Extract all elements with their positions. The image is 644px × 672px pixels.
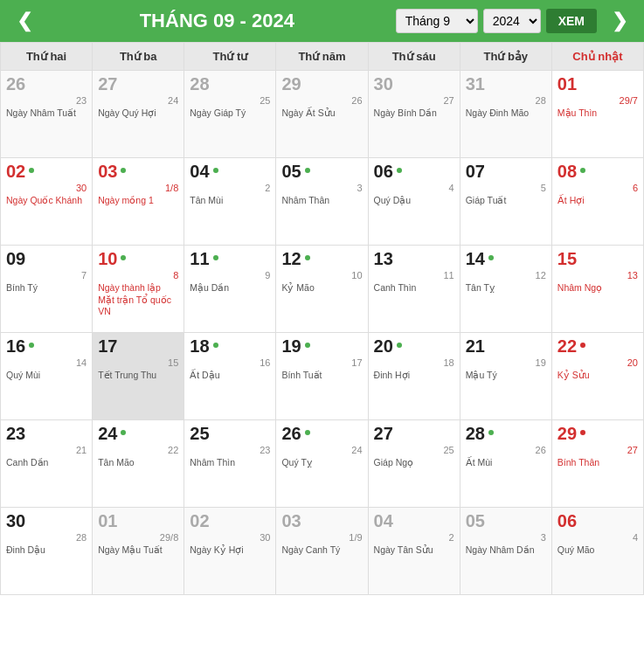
lunar-date: 26: [281, 95, 362, 106]
lunar-date: 18: [374, 357, 454, 368]
calendar-cell[interactable]: 2624Quý Tỵ: [276, 420, 368, 508]
calendar-cell[interactable]: 108Ngày thành lập Mặt trận Tổ quốc VN: [93, 246, 184, 333]
calendar-cell[interactable]: 119Mậu Dần: [184, 246, 276, 333]
event-dot: [213, 255, 218, 260]
lunar-date: 30: [6, 183, 87, 193]
calendar-cell[interactable]: 1614Quý Mùi: [1, 333, 93, 420]
weekday-header: Thứ ba: [93, 43, 184, 71]
calendar-cell[interactable]: 086Ất Hợi: [551, 158, 643, 246]
next-month-button[interactable]: ❯: [606, 7, 634, 35]
calendar-cell[interactable]: 2927Bính Thân: [551, 420, 643, 508]
calendar-cell[interactable]: 031/9Ngày Canh Tý: [276, 508, 368, 595]
calendar-cell[interactable]: 0230Ngày Quốc Khánh: [1, 158, 93, 246]
can-chi-text: Quý Mùi: [6, 370, 87, 382]
lunar-date: 19: [466, 357, 546, 368]
calendar-cell[interactable]: 031/8Ngày mồng 1: [93, 158, 184, 246]
lunar-date: 11: [374, 270, 454, 281]
calendar-cell[interactable]: 1210Kỷ Mão: [276, 246, 368, 333]
calendar-cell[interactable]: 1816Ất Dậu: [184, 333, 276, 420]
year-select[interactable]: 2024: [483, 9, 541, 33]
calendar-cell[interactable]: 1715Tết Trung Thu: [93, 333, 184, 420]
view-button[interactable]: XEM: [546, 9, 597, 33]
event-dot: [488, 255, 494, 260]
solar-date: 19: [281, 336, 362, 357]
can-chi-text: Tân Mùi: [190, 195, 270, 207]
can-chi-text: Ngày Canh Tý: [281, 544, 362, 557]
calendar-cell[interactable]: 2523Nhâm Thìn: [184, 420, 276, 508]
solar-date: 04: [190, 162, 270, 182]
weekday-header: Thứ năm: [276, 43, 368, 71]
solar-date: 03: [98, 162, 178, 182]
calendar-cell[interactable]: 2321Canh Dần: [1, 420, 93, 508]
solar-date: 07: [466, 162, 546, 182]
calendar-cell[interactable]: 053Nhâm Thân: [276, 158, 368, 246]
event-dot: [121, 255, 126, 260]
calendar-cell[interactable]: 2119Mậu Tý: [460, 333, 551, 420]
weekday-header: Thứ bảy: [460, 43, 551, 71]
calendar-cell[interactable]: 2422Tân Mão: [93, 420, 184, 508]
calendar-cell[interactable]: 1412Tân Tỵ: [460, 246, 551, 333]
lunar-date: 1/9: [281, 532, 362, 543]
prev-month-button[interactable]: ❮: [10, 7, 38, 35]
calendar-cell[interactable]: 2018Đinh Hợi: [368, 333, 460, 420]
can-chi-text: Tết Trung Thu: [98, 370, 178, 382]
calendar-cell[interactable]: 2623Ngày Nhâm Tuất: [1, 71, 93, 158]
lunar-date: 6: [557, 183, 638, 193]
calendar-cell[interactable]: 075Giáp Tuất: [460, 158, 551, 246]
calendar-cell[interactable]: 0129/7Mậu Thìn: [551, 71, 643, 158]
weekday-header: Thứ sáu: [368, 43, 460, 71]
event-dot: [29, 168, 34, 173]
calendar-cell[interactable]: 2826Ất Mùi: [460, 420, 551, 508]
solar-date: 25: [190, 424, 270, 444]
calendar-header: ❮ THÁNG 09 - 2024 Tháng 1Tháng 2Tháng 3T…: [0, 0, 644, 42]
event-dot: [29, 343, 34, 348]
lunar-date: 3: [281, 183, 362, 193]
lunar-date: 12: [466, 270, 546, 281]
calendar-cell[interactable]: 064Quý Dậu: [368, 158, 460, 246]
lunar-date: 9: [190, 270, 270, 281]
calendar-cell[interactable]: 2220Kỷ Sửu: [551, 333, 643, 420]
lunar-date: 3: [466, 532, 546, 543]
solar-date: 28: [466, 424, 546, 444]
can-chi-text: Kỷ Sửu: [557, 370, 638, 382]
can-chi-text: Mậu Tý: [466, 370, 546, 382]
calendar-cell[interactable]: 053Ngày Nhâm Dần: [460, 508, 551, 595]
solar-date: 23: [6, 424, 87, 444]
calendar-cell[interactable]: 042Ngày Tân Sửu: [368, 508, 460, 595]
solar-date: 20: [374, 336, 454, 357]
can-chi-text: Ngày mồng 1: [98, 195, 178, 207]
calendar-cell[interactable]: 2926Ngày Ất Sửu: [276, 71, 368, 158]
calendar-cell[interactable]: 1311Canh Thìn: [368, 246, 460, 333]
calendar-cell[interactable]: 1513Nhâm Ngọ: [551, 246, 643, 333]
calendar-cell[interactable]: 0230Ngày Kỷ Hợi: [184, 508, 276, 595]
can-chi-text: Ất Hợi: [557, 195, 638, 207]
calendar-cell[interactable]: 2725Giáp Ngọ: [368, 420, 460, 508]
solar-date: 08: [557, 162, 638, 182]
solar-date: 01: [98, 511, 178, 531]
lunar-date: 17: [281, 357, 362, 368]
calendar-cell[interactable]: 042Tân Mùi: [184, 158, 276, 246]
can-chi-text: Bính Thân: [557, 457, 638, 469]
lunar-date: 25: [374, 445, 454, 455]
solar-date: 04: [374, 511, 454, 531]
calendar-cell[interactable]: 3028Đinh Dậu: [1, 508, 93, 595]
can-chi-text: Ngày Giáp Tý: [190, 107, 270, 120]
solar-date: 01: [557, 74, 638, 94]
solar-date: 02: [190, 511, 270, 531]
calendar-cell[interactable]: 1917Bính Tuất: [276, 333, 368, 420]
solar-date: 26: [6, 74, 87, 94]
calendar-cell[interactable]: 2825Ngày Giáp Tý: [184, 71, 276, 158]
can-chi-text: Ngày Nhâm Dần: [466, 544, 546, 557]
calendar-cell[interactable]: 3128Ngày Đinh Mão: [460, 71, 551, 158]
event-dot: [580, 168, 585, 173]
solar-date: 06: [557, 511, 638, 531]
solar-date: 15: [557, 249, 638, 269]
month-select[interactable]: Tháng 1Tháng 2Tháng 3Tháng 4Tháng 5Tháng…: [396, 9, 478, 33]
calendar-cell[interactable]: 097Bính Tý: [1, 246, 93, 333]
calendar-cell[interactable]: 0129/8Ngày Mậu Tuất: [93, 508, 184, 595]
lunar-date: 20: [557, 357, 638, 368]
calendar-cell[interactable]: 2724Ngày Quý Hợi: [93, 71, 184, 158]
can-chi-text: Ngày Bính Dần: [374, 107, 454, 120]
calendar-cell[interactable]: 3027Ngày Bính Dần: [368, 71, 460, 158]
calendar-cell[interactable]: 064Quý Mão: [551, 508, 643, 595]
